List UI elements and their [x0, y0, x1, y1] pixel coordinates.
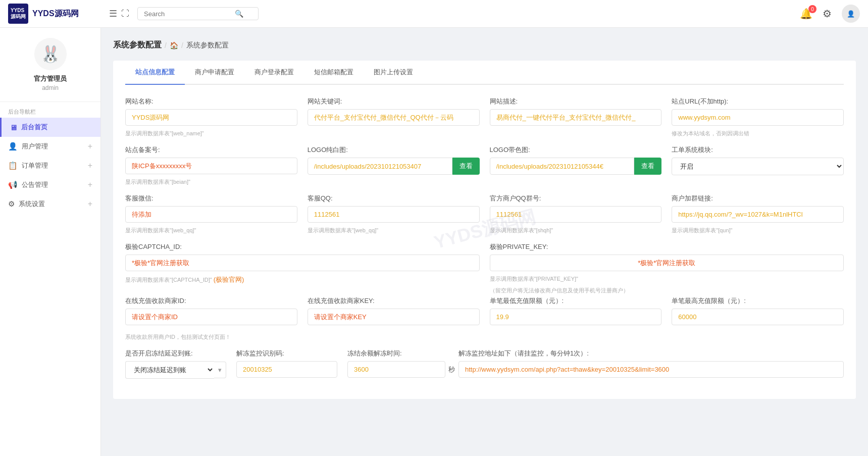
expand-icon[interactable]: ⛶: [121, 9, 129, 18]
url-input[interactable]: [672, 109, 844, 126]
icp-input[interactable]: [125, 158, 297, 174]
form-row-2: 站点备案号: 显示调用数据库表"[beian]" LOGO纯白图: 查看 LOG…: [125, 145, 844, 186]
field-qq: 客服QQ: 显示调用数据库表"[web_qq]": [308, 194, 480, 234]
tab-merchant-apply[interactable]: 商户申请配置: [185, 61, 244, 85]
notification-button[interactable]: 🔔 0: [800, 8, 812, 20]
captcha-id-hint: 显示调用数据库表"[CAPTCHA_ID]" (极验官网): [125, 275, 480, 284]
merchant-link-input[interactable]: [672, 206, 844, 223]
field-merchant-key: 在线充值收款商家KEY:: [308, 296, 480, 325]
logo-text: YYDS源码网: [32, 9, 79, 19]
tab-sms[interactable]: 短信邮箱配置: [304, 61, 364, 85]
min-recharge-input[interactable]: [490, 309, 662, 325]
logo-icon: YYDS源码网: [8, 4, 28, 24]
notification-badge: 0: [808, 5, 816, 13]
min-recharge-label: 单笔最低充值限额（元）:: [490, 296, 662, 306]
sidebar-item-order-label: 订单管理: [22, 161, 84, 170]
private-key-hint2: （留空用户将无法修改商户信息及使用手机号注册商户）: [490, 287, 844, 294]
logo-color-input-group: 查看: [490, 158, 662, 175]
tab-site[interactable]: 站点信息配置: [125, 61, 185, 85]
notice-plus-icon[interactable]: +: [88, 180, 92, 189]
private-key-hint1: 显示调用数据库表"[PRIVATE_KEY]": [490, 275, 844, 283]
freeze-time-unit: 秒: [448, 365, 455, 374]
monitor-url-input[interactable]: [458, 361, 844, 378]
sidebar-item-notice[interactable]: 📢 公告管理 +: [0, 175, 100, 194]
private-key-label: 极验PRIVATE_KEY:: [490, 242, 844, 251]
captcha-id-input[interactable]: [125, 255, 480, 271]
wechat-input[interactable]: [125, 206, 297, 223]
max-recharge-input[interactable]: [672, 309, 844, 325]
main-content: 系统参数配置 / 🏠 / 系统参数配置 站点信息配置 商户申请配置 商户登录配置…: [101, 28, 868, 456]
logo-color-label: LOGO带色图:: [490, 145, 662, 155]
workorder-select[interactable]: 开启 关闭: [672, 158, 844, 175]
qq-hint: 显示调用数据库表"[web_qq]": [308, 227, 480, 234]
merchant-key-input[interactable]: [308, 309, 480, 325]
user-plus-icon[interactable]: +: [88, 142, 92, 151]
site-name-input[interactable]: [125, 109, 297, 126]
monitor-id-input[interactable]: [236, 361, 337, 378]
home-icon[interactable]: 🏠: [170, 41, 178, 49]
sidebar-avatar: 🐰: [34, 38, 67, 70]
form-row-3: 客服微信: 显示调用数据库表"[web_qq]" 客服QQ: 显示调用数据库表"…: [125, 194, 844, 234]
breadcrumb-sep1: /: [165, 41, 167, 49]
search-box: 🔍: [137, 7, 259, 20]
field-freeze-time: 冻结余额解冻时间: 秒: [347, 349, 448, 378]
site-name-hint: 显示调用数据库表"[web_name]": [125, 130, 297, 137]
wechat-label: 客服微信:: [125, 194, 297, 203]
field-official-qq: 官方商户QQ群号: 显示调用数据库表"[shqh]": [490, 194, 662, 234]
freeze-enable-select[interactable]: 关闭冻结延迟到账 开启冻结延迟到账: [125, 361, 214, 379]
notice-icon: 📢: [8, 180, 18, 189]
tab-merchant-login[interactable]: 商户登录配置: [244, 61, 304, 85]
freeze-time-input[interactable]: [347, 361, 445, 378]
freeze-dropdown-icon: ▾: [214, 362, 226, 378]
search-input[interactable]: [144, 10, 235, 18]
sidebar-item-dashboard[interactable]: 🖥 后台首页: [0, 118, 100, 137]
qq-input[interactable]: [308, 206, 480, 223]
logo-white-query-btn[interactable]: 查看: [452, 158, 480, 175]
merchant-id-input[interactable]: [125, 309, 297, 325]
topbar: YYDS源码网 YYDS源码网 ☰ ⛶ 🔍 🔔 0 ⚙ 👤: [0, 0, 868, 28]
sidebar-item-settings-label: 系统设置: [19, 199, 84, 209]
plugin-button[interactable]: ⚙: [823, 8, 832, 20]
official-qq-hint: 显示调用数据库表"[shqh]": [490, 227, 662, 234]
field-monitor-url: 解冻监控地址如下（请挂监控，每分钟1次）:: [458, 349, 844, 378]
field-icp: 站点备案号: 显示调用数据库表"[beian]": [125, 145, 297, 186]
merchant-link-label: 商户加群链接:: [672, 194, 844, 203]
sidebar-item-user[interactable]: 👤 用户管理 +: [0, 137, 100, 156]
sidebar-item-dashboard-label: 后台首页: [21, 123, 92, 132]
sidebar-item-settings[interactable]: ⚙ 系统设置 +: [0, 194, 100, 214]
order-plus-icon[interactable]: +: [88, 161, 92, 170]
field-min-recharge: 单笔最低充值限额（元）:: [490, 296, 662, 325]
settings-plus-icon[interactable]: +: [88, 199, 92, 209]
recharge-hint: 系统收款所用商户ID，包括测试支付页面！: [125, 333, 844, 341]
field-url: 站点URL(不加http): 修改为本站域名，否则因调出错: [672, 97, 844, 137]
logo-color-input[interactable]: [490, 158, 635, 175]
keywords-input[interactable]: [308, 109, 480, 126]
tab-image-upload[interactable]: 图片上传设置: [364, 61, 423, 85]
dashboard-icon: 🖥: [10, 123, 17, 132]
field-workorder: 工单系统模块: 开启 关闭: [672, 145, 844, 186]
field-logo-white: LOGO纯白图: 查看: [308, 145, 480, 186]
field-site-name: 网站名称: 显示调用数据库表"[web_name]": [125, 97, 297, 137]
description-input[interactable]: [490, 109, 662, 126]
logo-color-query-btn[interactable]: 查看: [634, 158, 661, 175]
captcha-official-link[interactable]: (极验官网): [214, 276, 244, 283]
field-max-recharge: 单笔最高充值限额（元）:: [672, 296, 844, 325]
private-key-input[interactable]: [490, 255, 844, 271]
icp-hint: 显示调用数据库表"[beian]": [125, 178, 297, 186]
sidebar: 🐰 官方管理员 admin 后台导航栏 🖥 后台首页 👤 用户管理 + 📋 订单…: [0, 28, 101, 456]
freeze-time-group: 秒: [347, 361, 448, 378]
form-row-1: 网站名称: 显示调用数据库表"[web_name]" 网站关键词: 网站描述: …: [125, 97, 844, 137]
qq-label: 客服QQ:: [308, 194, 480, 203]
search-icon[interactable]: 🔍: [235, 10, 243, 18]
merchant-id-label: 在线充值收款商家ID:: [125, 296, 297, 306]
field-merchant-link: 商户加群链接: 显示调用数据库表"[qun]": [672, 194, 844, 234]
avatar[interactable]: 👤: [842, 5, 860, 23]
workorder-label: 工单系统模块:: [672, 145, 844, 155]
logo-white-input[interactable]: [308, 158, 452, 175]
official-qq-input[interactable]: [490, 206, 662, 223]
description-label: 网站描述:: [490, 97, 662, 106]
menu-toggle-icon[interactable]: ☰: [109, 8, 117, 19]
sidebar-item-order[interactable]: 📋 订单管理 +: [0, 156, 100, 175]
field-description: 网站描述:: [490, 97, 662, 137]
max-recharge-label: 单笔最高充值限额（元）:: [672, 296, 844, 306]
